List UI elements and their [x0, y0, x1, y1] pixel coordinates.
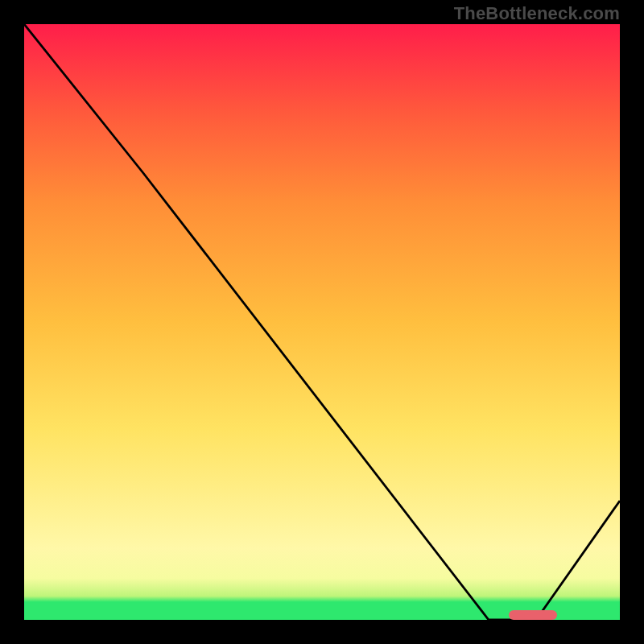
- curve-svg: [24, 24, 620, 620]
- optimal-marker: [509, 610, 557, 620]
- chart-frame: TheBottleneck.com: [0, 0, 644, 644]
- watermark-text: TheBottleneck.com: [454, 3, 620, 24]
- bottleneck-curve: [24, 24, 620, 620]
- plot-area: [24, 24, 620, 620]
